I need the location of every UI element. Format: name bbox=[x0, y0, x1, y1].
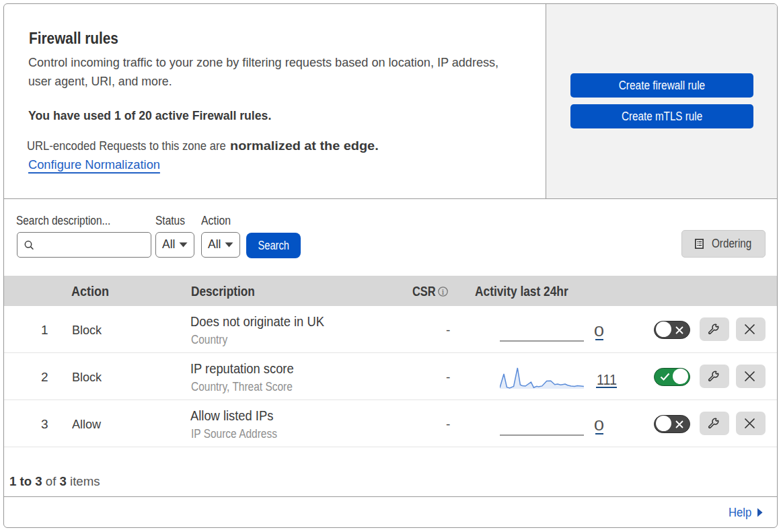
svg-text:i: i bbox=[441, 287, 444, 296]
